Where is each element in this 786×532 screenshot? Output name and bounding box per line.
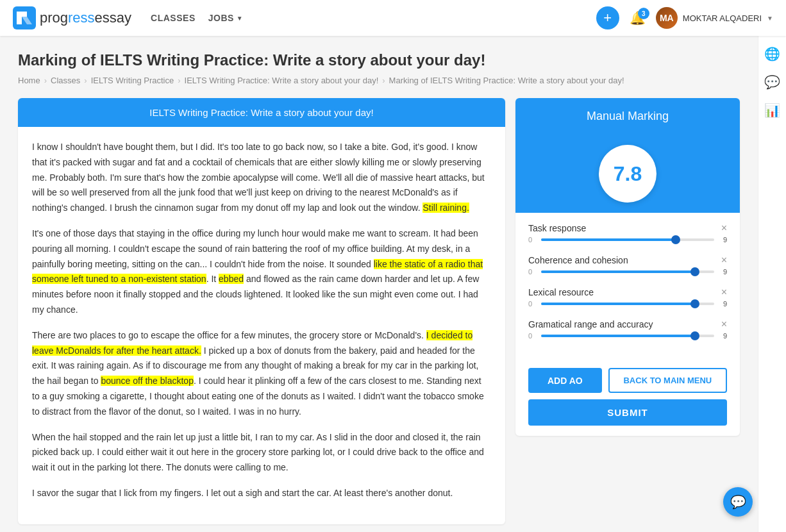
- add-button[interactable]: +: [596, 6, 619, 29]
- slider-fill-2: [541, 303, 695, 305]
- slider-fill-3: [541, 335, 695, 337]
- chat-button[interactable]: 💬: [723, 487, 753, 517]
- action-row: ADD AO BACK TO MAIN MENU: [528, 368, 727, 393]
- nav-right: + 🔔 3 MA MOKTAR ALQADERI ▼: [596, 6, 773, 29]
- paragraph-5: I savor the sugar that I lick from my fi…: [32, 486, 491, 501]
- slider-track-3[interactable]: [541, 335, 714, 337]
- nav-links: CLASSES JOBS ▼: [151, 13, 596, 23]
- slider-thumb-2[interactable]: [690, 299, 699, 308]
- paragraph-4: When the hail stopped and the rain let u…: [32, 430, 491, 476]
- slider-fill-1: [541, 270, 695, 273]
- marking-header: Manual Marking: [515, 98, 740, 135]
- slider-min-3: 0: [528, 332, 536, 340]
- breadcrumb-story[interactable]: IELTS Writing Practice: Write a story ab…: [185, 76, 379, 85]
- content-area: IELTS Writing Practice: Write a story ab…: [18, 98, 740, 524]
- sidebar-right: 🌐 💬 📊: [758, 36, 786, 532]
- brand-name: progressessay: [40, 10, 131, 26]
- highlight-still-raining: Still raining.: [422, 203, 469, 213]
- nav-jobs[interactable]: JOBS ▼: [208, 13, 244, 23]
- marking-actions: ADD AO BACK TO MAIN MENU SUBMIT: [515, 362, 740, 436]
- breadcrumb-sep-4: ›: [382, 76, 385, 85]
- slider-max-0: 9: [719, 236, 727, 244]
- breadcrumb-home[interactable]: Home: [18, 76, 40, 85]
- criterion-name-0: Task response: [528, 223, 586, 233]
- breadcrumb-ielts[interactable]: IELTS Writing Practice: [91, 76, 174, 85]
- globe-icon[interactable]: 🌐: [764, 46, 780, 62]
- page-title: Marking of IELTS Writing Practice: Write…: [18, 51, 740, 69]
- breadcrumb: Home › Classes › IELTS Writing Practice …: [18, 76, 740, 85]
- slider-thumb-3[interactable]: [690, 331, 699, 340]
- criterion-close-2[interactable]: ×: [721, 287, 727, 297]
- score-circle: 7.8: [599, 145, 656, 203]
- highlight-radio: like the static of a radio that someone …: [32, 259, 483, 285]
- criterion-task-response: Task response × 0 9: [528, 223, 727, 244]
- criterion-close-1[interactable]: ×: [721, 255, 727, 265]
- chat-icon[interactable]: 💬: [764, 74, 780, 90]
- notification-badge: 3: [638, 8, 649, 19]
- slider-min-0: 0: [528, 236, 536, 244]
- score-circle-wrap: 7.8: [515, 135, 740, 213]
- criterion-name-2: Lexical resource: [528, 287, 594, 297]
- criterion-grammatical: Gramatical range and accuracy × 0 9: [528, 319, 727, 340]
- essay-body: I know I shouldn't have bought them, but…: [18, 127, 505, 524]
- left-panel: IELTS Writing Practice: Write a story ab…: [18, 98, 505, 524]
- criterion-coherence: Coherence and cohesion × 0 9: [528, 255, 727, 276]
- highlight-ebbed: ebbed: [219, 274, 244, 284]
- chart-icon[interactable]: 📊: [764, 103, 780, 118]
- submit-button[interactable]: SUBMIT: [528, 399, 727, 426]
- user-name: MOKTAR ALQADERI: [683, 13, 762, 23]
- avatar-initials: MA: [656, 7, 678, 29]
- slider-track-2[interactable]: [541, 303, 714, 305]
- criterion-lexical: Lexical resource × 0 9: [528, 287, 727, 308]
- slider-max-2: 9: [719, 300, 727, 308]
- add-ao-button[interactable]: ADD AO: [528, 368, 602, 393]
- left-panel-header: IELTS Writing Practice: Write a story ab…: [18, 98, 505, 127]
- slider-thumb-1[interactable]: [690, 267, 699, 276]
- slider-min-1: 0: [528, 268, 536, 276]
- slider-track-0[interactable]: [541, 238, 714, 241]
- brand-logo[interactable]: progressessay: [13, 6, 131, 29]
- slider-track-1[interactable]: [541, 270, 714, 273]
- criterion-name-3: Gramatical range and accuracy: [528, 319, 653, 329]
- back-to-menu-button[interactable]: BACK TO MAIN MENU: [608, 368, 727, 393]
- highlight-bounce: bounce off the blacktop: [101, 376, 194, 386]
- criterion-close-3[interactable]: ×: [721, 319, 727, 329]
- slider-fill-0: [541, 238, 676, 241]
- slider-thumb-0[interactable]: [671, 235, 680, 244]
- breadcrumb-sep-1: ›: [44, 76, 47, 85]
- user-dropdown-arrow: ▼: [767, 15, 773, 22]
- criterion-close-0[interactable]: ×: [721, 223, 727, 233]
- slider-min-2: 0: [528, 300, 536, 308]
- paragraph-3: There are two places to go to escape the…: [32, 328, 491, 420]
- avatar: MA: [656, 7, 678, 29]
- slider-max-1: 9: [719, 268, 727, 276]
- breadcrumb-classes[interactable]: Classes: [51, 76, 80, 85]
- main-content: Marking of IELTS Writing Practice: Write…: [0, 36, 758, 532]
- breadcrumb-sep-2: ›: [84, 76, 87, 85]
- marking-body: Task response × 0 9 Coherence and: [515, 213, 740, 362]
- criterion-name-1: Coherence and cohesion: [528, 255, 628, 265]
- paragraph-2: It's one of those days that staying in t…: [32, 226, 491, 318]
- breadcrumb-current: Marking of IELTS Writing Practice: Write…: [389, 76, 624, 85]
- notification-button[interactable]: 🔔 3: [630, 10, 646, 26]
- nav-classes[interactable]: CLASSES: [151, 13, 196, 23]
- breadcrumb-sep-3: ›: [178, 76, 180, 85]
- user-menu[interactable]: MA MOKTAR ALQADERI ▼: [656, 7, 773, 29]
- highlight-decided: I decided to leave McDonalds for after t…: [32, 330, 472, 356]
- slider-max-3: 9: [719, 332, 727, 340]
- right-panel: Manual Marking 7.8 Task response × 0: [515, 98, 740, 436]
- paragraph-1: I know I shouldn't have bought them, but…: [32, 140, 491, 216]
- navbar: progressessay CLASSES JOBS ▼ + 🔔 3 MA MO…: [0, 0, 786, 36]
